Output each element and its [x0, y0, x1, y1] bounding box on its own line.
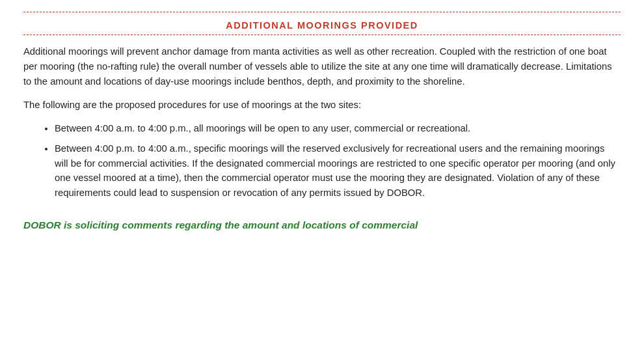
top-border [23, 12, 621, 12]
bullet-list: Between 4:00 a.m. to 4:00 p.m., all moor… [55, 121, 621, 206]
page-container: ADDITIONAL MOORINGS PROVIDED Additional … [0, 0, 644, 362]
section-title: ADDITIONAL MOORINGS PROVIDED [23, 16, 621, 35]
list-item: Between 4:00 a.m. to 4:00 p.m., all moor… [55, 121, 621, 136]
list-item: Between 4:00 p.m. to 4:00 a.m., specific… [55, 141, 621, 201]
bottom-border [23, 35, 621, 35]
soliciting-text: DOBOR is soliciting comments regarding t… [23, 217, 621, 232]
intro-paragraph: Additional moorings will prevent anchor … [23, 44, 621, 89]
proposed-paragraph: The following are the proposed procedure… [23, 98, 621, 113]
